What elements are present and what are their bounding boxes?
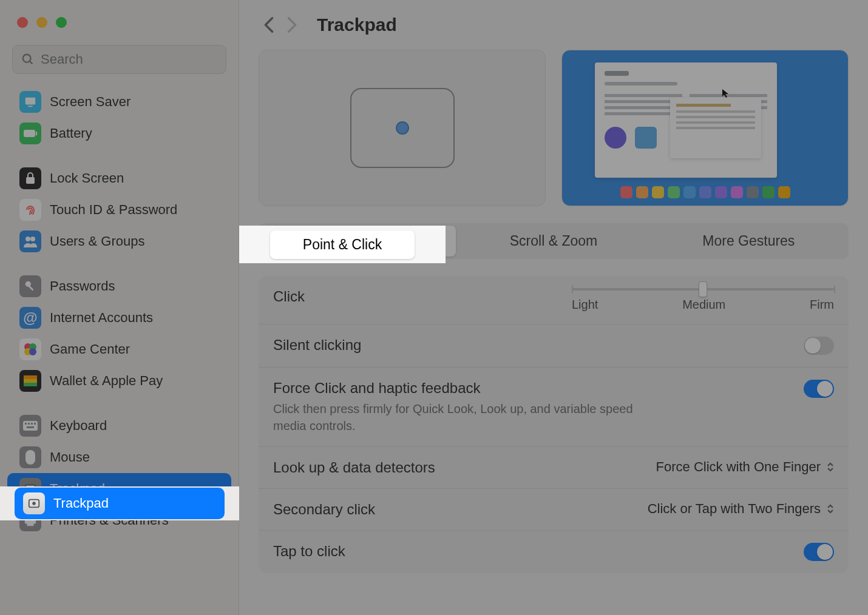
row-secondary-click: Secondary click Click or Tap with Two Fi… [259,489,849,531]
force-sub: Click then press firmly for Quick Look, … [273,400,662,434]
sidebar: Screen SaverBatteryLock ScreenTouch ID &… [0,0,239,615]
dock-app-icon [747,186,759,198]
svg-rect-29 [27,522,34,526]
chevron-updown-icon [827,504,834,514]
tap-label: Tap to click [273,543,804,560]
row-click: Click Light Medium Firm [259,276,849,324]
highlight-sidebar: Trackpad [0,486,239,520]
sidebar-item-lock-screen[interactable]: Lock Screen [7,163,231,194]
search-icon [21,53,35,66]
slider-min: Light [572,298,598,312]
sidebar-item-users-groups[interactable]: Users & Groups [7,226,231,257]
key-icon [19,275,41,297]
svg-rect-18 [23,421,38,431]
secondary-label: Secondary click [273,501,648,518]
slider-mid: Medium [682,298,725,312]
trackpad-icon [23,492,45,514]
svg-rect-23 [27,426,34,428]
minimize-window-button[interactable] [36,17,47,28]
settings-panel: Click Light Medium Firm Silent clicking [259,276,849,573]
trackpad-outline [350,88,455,168]
force-toggle[interactable] [804,380,834,398]
dock-preview [620,186,790,198]
svg-rect-4 [24,130,35,137]
dock-app-icon [652,186,664,198]
fingerprint-icon [19,199,41,221]
svg-rect-2 [25,98,36,105]
trackpad-preview [259,50,546,206]
click-label: Click [273,288,535,305]
sidebar-item-battery[interactable]: Battery [7,118,231,149]
forward-button[interactable] [280,13,303,36]
search-input[interactable] [41,52,217,67]
svg-rect-20 [28,423,30,425]
keyboard-icon [19,415,41,437]
sidebar-item-wallet-apple-pay[interactable]: Wallet & Apple Pay [7,365,231,397]
row-force-click: Force Click and haptic feedback Click th… [259,368,849,447]
dock-app-icon [668,186,680,198]
tap-toggle[interactable] [804,543,834,561]
sidebar-item-label: Game Center [50,341,130,357]
mouse-icon [19,446,41,468]
sidebar-item-label: Screen Saver [50,94,131,110]
svg-rect-24 [25,450,35,465]
at-icon: @ [19,307,41,329]
svg-rect-10 [29,286,33,291]
silent-label: Silent clicking [273,337,804,354]
main-content: Trackpad [239,0,868,615]
svg-point-9 [25,281,31,287]
tab-scroll-zoom[interactable]: Scroll & Zoom [456,226,651,257]
svg-rect-3 [28,106,32,107]
svg-line-1 [30,61,33,64]
sidebar-item-label: Passwords [50,278,115,294]
close-window-button[interactable] [17,17,28,28]
svg-rect-15 [24,375,37,379]
sidebar-item-label: Mouse [50,449,90,465]
highlight-tab: Point & Click [239,226,446,263]
slider-thumb[interactable] [699,281,707,297]
sidebar-item-keyboard[interactable]: Keyboard [7,410,231,442]
lookup-value: Force Click with One Finger [656,459,821,475]
svg-rect-22 [34,423,36,425]
secondary-select[interactable]: Click or Tap with Two Fingers [648,501,834,517]
sidebar-item-touch-id-password[interactable]: Touch ID & Password [7,194,231,226]
svg-rect-21 [31,423,33,425]
search-field[interactable] [12,45,226,74]
svg-rect-5 [36,132,37,135]
page-title: Trackpad [317,15,397,35]
dock-app-icon [620,186,632,198]
silent-toggle[interactable] [804,337,834,355]
sidebar-item-internet-accounts[interactable]: @Internet Accounts [7,302,231,334]
lookup-select[interactable]: Force Click with One Finger [656,459,834,475]
screensaver-icon [19,91,41,113]
dock-app-icon [762,186,775,198]
sidebar-item-screen-saver[interactable]: Screen Saver [7,86,231,118]
svg-point-31 [33,502,35,505]
sidebar-item-passwords[interactable]: Passwords [7,271,231,302]
highlight-tab-label[interactable]: Point & Click [270,230,415,259]
zoom-window-button[interactable] [56,17,67,28]
users-icon [19,230,41,252]
back-button[interactable] [257,13,280,36]
lock-icon [19,167,41,189]
dock-app-icon [778,186,790,198]
chevron-updown-icon [827,462,834,472]
secondary-value: Click or Tap with Two Fingers [648,501,821,517]
sidebar-item-label: Internet Accounts [50,310,153,326]
highlight-sidebar-label: Trackpad [53,496,109,511]
click-slider[interactable]: Light Medium Firm [572,288,834,312]
lookup-label: Look up & data detectors [273,459,656,476]
sidebar-item-game-center[interactable]: Game Center [7,334,231,365]
slider-max: Firm [810,298,834,312]
highlight-sidebar-item[interactable]: Trackpad [15,488,225,519]
svg-rect-17 [24,383,37,386]
sidebar-item-mouse[interactable]: Mouse [7,442,231,473]
window-controls [0,0,239,45]
svg-rect-19 [25,423,27,425]
svg-point-14 [29,348,36,355]
tab-more-gestures[interactable]: More Gestures [651,226,846,257]
svg-point-0 [23,55,31,62]
preview-row [239,50,868,223]
top-bar: Trackpad [239,0,868,50]
sidebar-item-label: Keyboard [50,418,107,434]
